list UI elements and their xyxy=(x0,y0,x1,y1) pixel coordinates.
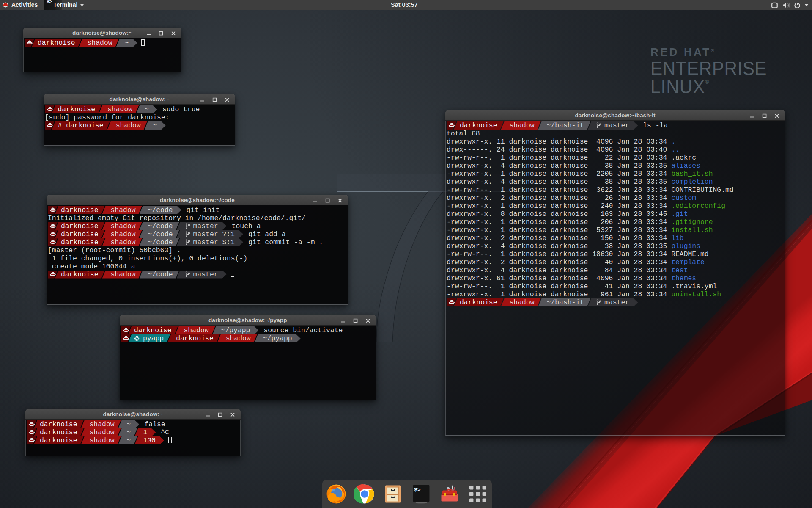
svg-text:$>: $> xyxy=(414,487,421,493)
